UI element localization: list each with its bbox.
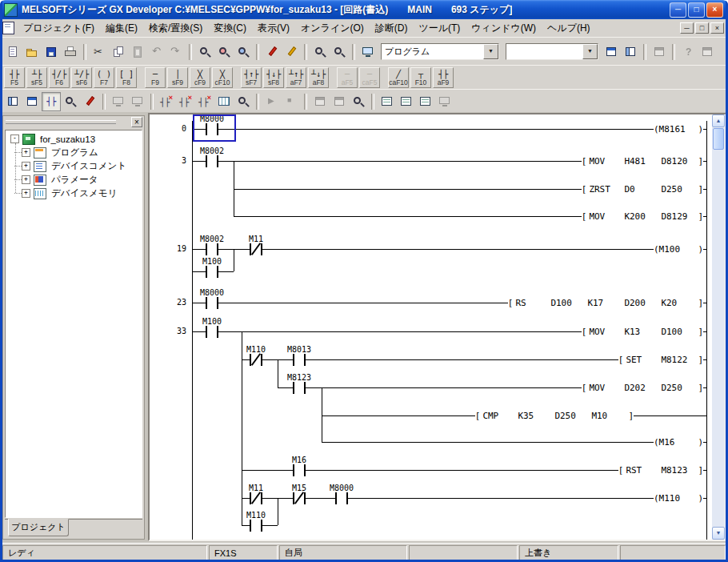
ladder-coil[interactable]: (M100): [654, 243, 703, 255]
ladder-contact[interactable]: [206, 243, 218, 255]
ladder-contact[interactable]: [293, 382, 306, 394]
ladder-key-sF6[interactable]: ┴/├sF6: [71, 67, 92, 88]
write-mode-button[interactable]: [80, 92, 99, 111]
ladder-contact[interactable]: [206, 155, 218, 167]
mdi-minimize-button[interactable]: ─: [680, 22, 694, 34]
statement-display-button[interactable]: [397, 92, 416, 111]
comment-display-button[interactable]: [378, 92, 397, 111]
cross-reference-button[interactable]: [262, 42, 282, 62]
ladder-coil[interactable]: (M8161): [654, 123, 703, 135]
ladder-contact[interactable]: [293, 354, 306, 366]
menu-item[interactable]: プロジェクト(F): [18, 20, 100, 37]
menu-item[interactable]: 変換(C): [208, 20, 252, 37]
copy-button[interactable]: [109, 42, 128, 62]
ladder-key-F8[interactable]: [ ]F8: [116, 67, 137, 88]
new-window-button[interactable]: [621, 42, 640, 62]
tree-item-device-memory[interactable]: +デバイスメモリ: [6, 187, 142, 200]
device-monitor-button[interactable]: [358, 42, 378, 62]
program-name-combo[interactable]: ▼: [506, 43, 598, 60]
program-type-combo[interactable]: プログラム ▼: [381, 43, 499, 60]
ladder-contact[interactable]: [335, 492, 348, 504]
find-contact-coil-button[interactable]: [234, 42, 253, 62]
ladder-key-aF7[interactable]: ┴↑├aF7: [286, 67, 306, 88]
expand-icon[interactable]: +: [22, 148, 30, 157]
mdi-close-button[interactable]: ×: [710, 22, 724, 34]
ladder-instruction[interactable]: [RSTM8123]: [618, 464, 703, 476]
panel-grip[interactable]: [6, 120, 116, 124]
cut-button[interactable]: [90, 42, 109, 62]
ladder-key-aF8[interactable]: ┴↓├aF8: [308, 67, 329, 88]
minimize-button[interactable]: ─: [670, 2, 686, 18]
ladder-key-sF5[interactable]: ┴├sF5: [26, 67, 47, 88]
scroll-thumb[interactable]: [713, 128, 724, 150]
note-display-button[interactable]: [416, 92, 435, 111]
ladder-instruction[interactable]: [MOVH481D8120]: [582, 155, 703, 167]
expand-icon[interactable]: +: [22, 189, 30, 198]
menu-item[interactable]: 編集(E): [100, 20, 143, 37]
zoom-in-button[interactable]: [310, 42, 330, 62]
ladder-contact[interactable]: [293, 492, 306, 504]
project-data-list-button[interactable]: [3, 92, 22, 111]
tree-item-program[interactable]: +プログラム: [6, 146, 142, 159]
device-use-list-button[interactable]: [282, 42, 301, 62]
ladder-contact[interactable]: [293, 464, 306, 476]
find-device-button[interactable]: [214, 42, 234, 62]
ladder-contact[interactable]: [250, 492, 262, 504]
ladder-contact[interactable]: [206, 266, 218, 278]
ladder-contact[interactable]: [206, 297, 218, 309]
menu-item[interactable]: 検索/置換(S): [143, 20, 208, 37]
menu-item[interactable]: 表示(V): [252, 20, 295, 37]
ladder-key-F6[interactable]: ┤/├F6: [49, 67, 70, 88]
ladder-instruction[interactable]: [SETM8122]: [618, 354, 703, 366]
ladder-contact[interactable]: [250, 243, 262, 255]
menu-item[interactable]: ウィンドウ(W): [466, 20, 542, 37]
close-button[interactable]: ×: [706, 2, 723, 18]
ladder-key-caF10[interactable]: ╱caF10: [388, 67, 409, 88]
menu-item[interactable]: 診断(D): [370, 20, 414, 37]
sfc-mode-button[interactable]: [61, 92, 80, 111]
ladder-mode-button[interactable]: [42, 92, 61, 111]
zoom-out-button[interactable]: [330, 42, 349, 62]
expand-icon[interactable]: +: [22, 175, 30, 184]
chevron-down-icon[interactable]: ▼: [582, 44, 598, 59]
find-button[interactable]: [195, 42, 214, 62]
vertical-scrollbar[interactable]: ▲ ▼: [712, 114, 725, 540]
print-button[interactable]: [61, 42, 80, 62]
save-project-button[interactable]: [42, 42, 61, 62]
ladder-coil[interactable]: (M110): [654, 492, 703, 504]
ladder-key-F9[interactable]: ─F9: [145, 67, 166, 88]
expand-icon[interactable]: +: [22, 162, 30, 171]
ladder-contact[interactable]: [250, 354, 262, 366]
ladder-instruction[interactable]: [RSD100K17D200K20]: [508, 297, 703, 309]
ladder-canvas[interactable]: 03192333M8000M8002M8002M11M100M8000M100M…: [150, 114, 712, 540]
ladder-key-sF9[interactable]: │sF9: [167, 67, 188, 88]
ladder-instruction[interactable]: [MOVK13D100]: [582, 326, 703, 338]
tree-item-parameter[interactable]: +パラメータ: [6, 173, 142, 187]
collapse-icon[interactable]: -: [10, 134, 19, 143]
ladder-key-sF8[interactable]: ┤↓├sF8: [263, 67, 284, 88]
ladder-contact[interactable]: [206, 326, 218, 338]
ladder-coil[interactable]: (M16): [654, 436, 703, 448]
ladder-contact[interactable]: [250, 520, 262, 532]
ladder-key-cF10[interactable]: ╳cF10: [212, 67, 233, 88]
tree-item-device-comment[interactable]: +デバイスコメント: [6, 159, 142, 173]
ladder-key-sF7[interactable]: ┤↑├sF7: [241, 67, 262, 88]
mdi-restore-button[interactable]: □: [695, 22, 709, 34]
menu-item[interactable]: ツール(T): [413, 20, 466, 37]
monitor-test-button[interactable]: [195, 92, 214, 111]
ladder-instruction[interactable]: [CMPK35D250M10]: [475, 410, 634, 422]
tab-project[interactable]: プロジェクト: [8, 519, 69, 536]
close-panel-button[interactable]: ×: [131, 117, 142, 127]
menu-item[interactable]: ヘルプ(H): [542, 20, 596, 37]
ladder-key-F5[interactable]: ┤├F5: [4, 67, 25, 88]
device-batch-monitor-button[interactable]: [214, 92, 234, 111]
new-project-button[interactable]: [3, 42, 22, 62]
ladder-instruction[interactable]: [MOVD202D250]: [582, 382, 703, 394]
write-mode2-button[interactable]: [176, 92, 195, 111]
ladder-key-cF9[interactable]: ╳cF9: [190, 67, 210, 88]
tree-item-root[interactable]: -for_suzaku13: [6, 132, 142, 146]
entry-data-monitor-button[interactable]: [234, 92, 253, 111]
ladder-instruction[interactable]: [ZRSTD0D250]: [582, 183, 703, 195]
read-mode-button[interactable]: [157, 92, 176, 111]
scroll-down-button[interactable]: ▼: [712, 527, 725, 540]
